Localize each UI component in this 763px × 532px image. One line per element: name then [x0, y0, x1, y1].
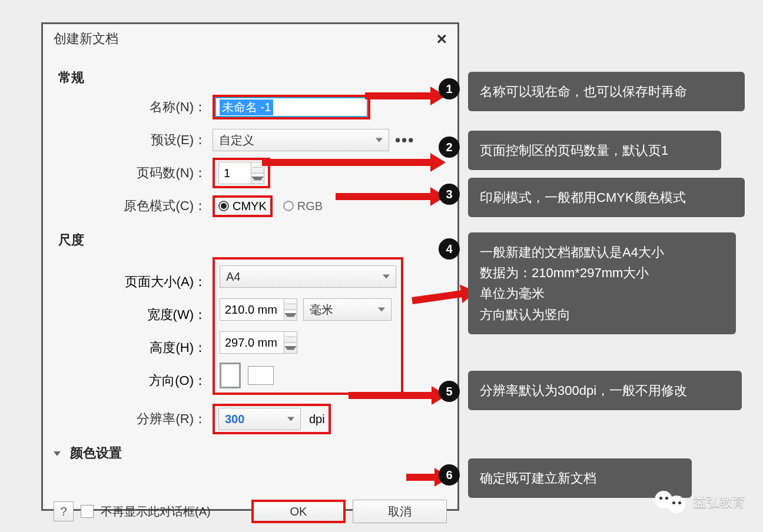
section-dimensions: 尺度: [58, 231, 447, 249]
dont-show-checkbox[interactable]: [81, 505, 94, 518]
callout-3: 印刷模式，一般都用CMYK颜色模式: [468, 178, 745, 217]
resolution-value: 300: [225, 413, 244, 426]
section-color-settings: 颜色设置: [54, 444, 447, 462]
pages-label: 页码数(N)：: [54, 164, 213, 182]
callout-4-line4: 方向默认为竖向: [480, 304, 724, 325]
unit-select[interactable]: 毫米: [303, 298, 392, 321]
arrow-2: [262, 159, 433, 166]
callout-4-line2: 数据为：210mm*297mm大小: [480, 262, 724, 283]
page-size-select[interactable]: A4: [220, 265, 396, 288]
pages-input[interactable]: [218, 162, 251, 184]
chevron-down-icon[interactable]: [251, 177, 264, 181]
page-size-value: A4: [226, 270, 240, 284]
callout-4: 一般新建的文档都默认是A4大小 数据为：210mm*297mm大小 单位为毫米 …: [468, 232, 736, 334]
radio-cmyk-label: CMYK: [233, 200, 267, 213]
chevron-down-icon[interactable]: [284, 346, 297, 350]
radio-icon: [283, 201, 294, 211]
dialog-body: 常规 名称(N)： 未命名 -1 预设(E)： 自定义 ••• 页码数(N)：: [43, 51, 457, 462]
width-spinner[interactable]: [220, 298, 297, 321]
pages-spinner[interactable]: [218, 162, 264, 184]
name-label: 名称(N)：: [54, 98, 213, 116]
radio-icon: [218, 201, 229, 211]
badge-6: 6: [439, 464, 460, 486]
callout-2: 页面控制区的页码数量，默认页1: [468, 131, 721, 170]
callout-5: 分辨率默认为300dpi，一般不用修改: [468, 371, 742, 410]
preset-value: 自定义: [219, 132, 254, 148]
height-stepper[interactable]: [284, 331, 297, 354]
arrow-3: [336, 193, 433, 200]
chevron-down-icon[interactable]: [284, 313, 297, 317]
resolution-select[interactable]: 300: [218, 408, 301, 430]
arrow-6: [406, 474, 437, 481]
chevron-up-icon[interactable]: [284, 304, 297, 304]
height-input[interactable]: [220, 331, 284, 354]
orientation-portrait-button[interactable]: [220, 363, 241, 388]
radio-rgb-label: RGB: [297, 200, 323, 213]
arrow-1: [365, 92, 433, 99]
preset-label: 预设(E)：: [54, 131, 213, 149]
radio-cmyk[interactable]: CMYK: [218, 200, 267, 213]
section-general: 常规: [58, 69, 447, 87]
watermark-text: 益弘教育: [694, 493, 745, 511]
badge-2: 2: [439, 137, 460, 158]
height-spinner[interactable]: [220, 331, 297, 354]
color-settings-label: 颜色设置: [70, 445, 122, 460]
badge-3: 3: [439, 184, 460, 205]
name-input[interactable]: 未命名 -1: [213, 95, 370, 119]
unit-value: 毫米: [310, 302, 333, 318]
cancel-button[interactable]: 取消: [353, 500, 447, 523]
page-size-label: 页面大小(A)：: [54, 265, 213, 298]
dialog-header: 创建新文档 ×: [43, 24, 457, 51]
preset-more-button[interactable]: •••: [395, 131, 414, 149]
watermark: 益弘教育: [655, 488, 745, 516]
chevron-up-icon[interactable]: [284, 337, 297, 337]
chevron-up-icon[interactable]: [251, 167, 264, 168]
width-label: 宽度(W)：: [54, 298, 213, 331]
badge-5: 5: [439, 381, 460, 402]
resolution-highlight: 300 dpi: [213, 404, 331, 434]
radio-rgb[interactable]: RGB: [283, 200, 323, 213]
dialog-title: 创建新文档: [54, 30, 118, 48]
height-label: 高度(H)：: [54, 331, 213, 364]
resolution-unit: dpi: [309, 413, 325, 426]
badge-4: 4: [439, 238, 460, 260]
help-button[interactable]: ?: [54, 501, 74, 521]
ok-button[interactable]: OK: [251, 500, 346, 523]
width-input[interactable]: [220, 298, 284, 321]
close-icon[interactable]: ×: [436, 30, 447, 48]
dialog-footer: ? 不再显示此对话框(A) OK 取消: [43, 491, 457, 529]
orientation-landscape-button[interactable]: [248, 366, 274, 385]
cmyk-highlight: CMYK: [213, 195, 273, 217]
arrow-5: [349, 392, 434, 399]
callout-4-line3: 单位为毫米: [480, 283, 724, 304]
wechat-icon: [655, 488, 688, 516]
color-mode-label: 原色模式(C)：: [54, 197, 213, 215]
dimensions-highlight: A4 毫米: [213, 257, 403, 395]
orientation-label: 方向(O)：: [54, 364, 213, 397]
width-stepper[interactable]: [284, 298, 297, 321]
badge-1: 1: [439, 78, 460, 99]
callout-1: 名称可以现在命，也可以保存时再命: [468, 72, 745, 111]
callout-4-line1: 一般新建的文档都默认是A4大小: [480, 242, 724, 262]
name-value: 未命名 -1: [220, 99, 273, 115]
resolution-label: 分辨率(R)：: [54, 410, 213, 428]
collapse-icon[interactable]: [54, 451, 61, 456]
dont-show-label: 不再显示此对话框(A): [101, 504, 211, 520]
preset-select[interactable]: 自定义: [213, 129, 389, 151]
